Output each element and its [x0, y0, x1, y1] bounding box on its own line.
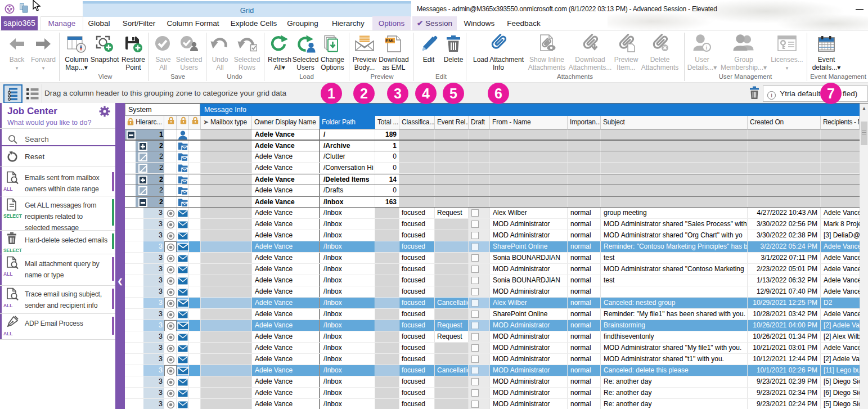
svg-text:EML: EML [385, 38, 395, 43]
svg-text:i: i [706, 44, 708, 51]
